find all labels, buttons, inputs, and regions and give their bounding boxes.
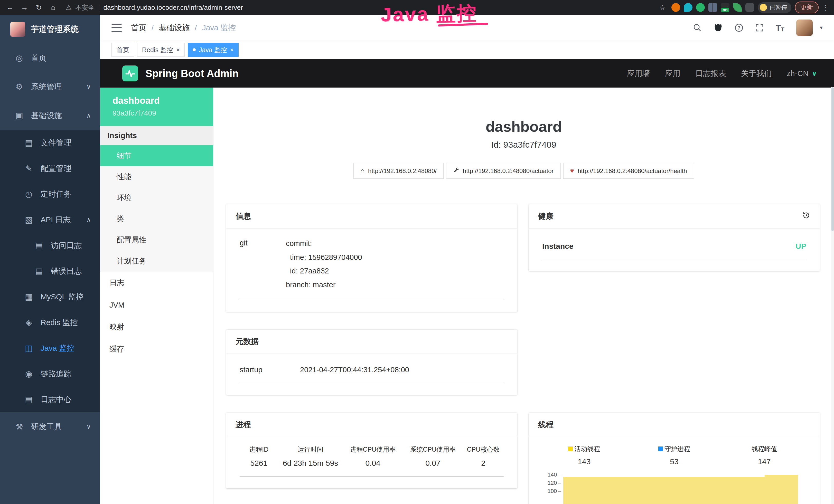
endpoint-home-link[interactable]: ⌂ http://192.168.0.2:48080/ xyxy=(353,163,444,179)
sidebar-item-label: 首页 xyxy=(31,53,46,63)
instance-name: dashboard xyxy=(112,95,213,106)
browser-update-button[interactable]: 更新 xyxy=(795,2,818,13)
process-card-header: 进程 xyxy=(226,413,517,437)
close-icon[interactable]: × xyxy=(176,47,180,53)
sba-item-logs[interactable]: 日志 xyxy=(100,272,213,294)
dashboard-icon: ◎ xyxy=(14,53,24,63)
tab-redis-monitor[interactable]: Redis 监控 × xyxy=(137,43,185,57)
url-text[interactable]: dashboard.yudao.iocoder.cn/infra/admin-s… xyxy=(104,4,243,12)
extension-icon-leaf[interactable] xyxy=(733,3,742,12)
back-icon[interactable]: ← xyxy=(5,2,16,13)
chart-area-live-threads xyxy=(563,477,798,504)
process-col-cpus: CPU核心数 2 xyxy=(463,445,504,467)
browser-home-icon[interactable]: ⌂ xyxy=(48,2,59,13)
sidebar-toggle-icon[interactable] xyxy=(111,24,122,32)
history-icon[interactable] xyxy=(802,211,810,221)
sba-item-caches[interactable]: 缓存 xyxy=(100,338,213,360)
sba-link-journal[interactable]: 日志报表 xyxy=(695,68,726,79)
close-icon[interactable]: × xyxy=(230,47,234,53)
extension-icon-grid[interactable] xyxy=(708,3,717,12)
sidebar-item-system-management[interactable]: ⚙ 系统管理 ∨ xyxy=(0,72,100,101)
column-header: 进程ID xyxy=(240,445,278,454)
tab-home[interactable]: 首页 xyxy=(111,43,134,57)
extension-icon-orange[interactable] xyxy=(672,3,680,12)
legend-swatch-blue xyxy=(658,446,663,451)
sidebar-item-mysql-monitor[interactable]: ▦ MySQL 监控 xyxy=(0,284,100,310)
scrollbar-track[interactable] xyxy=(831,87,834,504)
refresh-icon[interactable]: ↻ xyxy=(34,2,44,13)
metadata-row-label: startup xyxy=(240,366,300,374)
scrollbar-thumb[interactable] xyxy=(831,87,834,231)
endpoint-health-link[interactable]: ♥ http://192.168.0.2:48080/actuator/heal… xyxy=(563,163,694,179)
legend-value: 53 xyxy=(670,457,678,466)
sba-item-configprops[interactable]: 配置属性 xyxy=(100,230,213,251)
endpoint-actuator-link[interactable]: http://192.168.0.2:48080/actuator xyxy=(446,163,561,179)
paused-extension-chip[interactable]: 已暂停 xyxy=(758,2,791,13)
sidebar-item-api-logs[interactable]: ▧ API 日志 ∧ xyxy=(0,207,100,233)
bookmark-star-icon[interactable]: ☆ xyxy=(657,2,668,13)
sidebar-item-log-center[interactable]: ▤ 日志中心 xyxy=(0,387,100,412)
address-bar[interactable]: ⚠ 不安全 | dashboard.yudao.iocoder.cn/infra… xyxy=(62,3,654,12)
help-icon[interactable]: ? xyxy=(734,23,743,32)
sba-sidebar: dashboard 93a3fc7f7409 Insights 细节 性能 环境… xyxy=(100,88,214,504)
sidebar-item-error-logs[interactable]: ▤ 错误日志 xyxy=(0,258,100,284)
metadata-card-header: 元数据 xyxy=(226,330,517,354)
sidebar-item-label: API 日志 xyxy=(41,215,71,225)
sidebar-item-access-logs[interactable]: ▤ 访问日志 xyxy=(0,233,100,258)
forward-icon[interactable]: → xyxy=(19,2,30,13)
fullscreen-icon[interactable] xyxy=(755,23,764,32)
info-line: time: 1596289704000 xyxy=(286,251,362,265)
sba-item-jvm[interactable]: JVM xyxy=(100,294,213,316)
sidebar-item-label: 系统管理 xyxy=(31,82,62,92)
info-card-header: 信息 xyxy=(226,204,517,229)
sidebar-item-label: Java 监控 xyxy=(41,343,74,353)
sidebar-item-file-management[interactable]: ▤ 文件管理 xyxy=(0,130,100,156)
sba-item-details[interactable]: 细节 xyxy=(100,145,213,166)
sba-link-applications[interactable]: 应用 xyxy=(665,68,680,79)
github-icon[interactable] xyxy=(714,23,723,32)
sidebar-item-label: 错误日志 xyxy=(51,266,82,276)
sidebar-item-java-monitor[interactable]: ◫ Java 监控 xyxy=(0,335,100,361)
sba-logo-icon xyxy=(122,66,138,82)
not-secure-icon: ⚠ xyxy=(66,4,72,12)
font-size-icon[interactable]: TT xyxy=(776,23,785,33)
extensions-puzzle-icon[interactable] xyxy=(745,3,754,12)
sba-section-insights: Insights xyxy=(100,126,213,145)
sidebar-item-scheduled-jobs[interactable]: ◷ 定时任务 xyxy=(0,181,100,207)
tab-java-monitor[interactable]: Java 监控 × xyxy=(188,43,239,57)
extension-icon-green-circle[interactable] xyxy=(696,3,705,12)
sba-link-wallboard[interactable]: 应用墙 xyxy=(627,68,650,79)
extension-icon-droplet[interactable] xyxy=(684,3,693,12)
legend-live-threads: 活动线程 143 xyxy=(539,445,629,466)
sba-item-scheduled-tasks[interactable]: 计划任务 xyxy=(100,251,213,272)
breadcrumb-infrastructure[interactable]: 基础设施 xyxy=(159,23,190,33)
sidebar-item-config-management[interactable]: ✎ 配置管理 xyxy=(0,156,100,181)
grid-spacer xyxy=(529,330,820,395)
sba-navbar: Spring Boot Admin 应用墙 应用 日志报表 关于我们 zh-CN… xyxy=(100,59,834,88)
breadcrumb-home[interactable]: 首页 xyxy=(131,23,147,33)
sidebar-item-home[interactable]: ◎ 首页 xyxy=(0,44,100,72)
sidebar-item-infrastructure[interactable]: ▣ 基础设施 ∧ xyxy=(0,101,100,130)
sba-instance-header[interactable]: dashboard 93a3fc7f7409 xyxy=(100,88,213,126)
sidebar-item-dev-tools[interactable]: ⚒ 研发工具 ∨ xyxy=(0,412,100,441)
browser-menu-icon[interactable]: ⋮ xyxy=(822,3,829,12)
sba-item-metrics[interactable]: 性能 xyxy=(100,166,213,187)
sba-item-mappings[interactable]: 映射 xyxy=(100,316,213,338)
extension-icon-switch[interactable]: on xyxy=(721,3,729,12)
page-title: dashboard xyxy=(214,118,834,135)
sba-link-about[interactable]: 关于我们 xyxy=(741,68,772,79)
process-col-system-cpu: 系统CPU使用率 0.07 xyxy=(403,445,463,467)
threads-card-body: 活动线程 143 守护进程 xyxy=(529,437,820,504)
sidebar-item-tracing[interactable]: ◉ 链路追踪 xyxy=(0,361,100,387)
tabs-bar: 首页 Redis 监控 × Java 监控 × xyxy=(100,41,834,59)
sidebar-item-redis-monitor[interactable]: ◈ Redis 监控 xyxy=(0,310,100,335)
process-col-pid: 进程ID 5261 xyxy=(240,445,278,467)
sba-item-classes[interactable]: 类 xyxy=(100,208,213,230)
tab-label: 首页 xyxy=(116,46,129,54)
search-icon[interactable] xyxy=(693,23,702,32)
avatar[interactable] xyxy=(796,20,813,36)
sba-item-environment[interactable]: 环境 xyxy=(100,187,213,208)
metadata-row: startup 2021-04-27T00:44:31.254+08:00 xyxy=(240,362,504,383)
cards-grid: 信息 git commit: time: 1596289704000 id: 2… xyxy=(214,204,834,504)
language-selector[interactable]: zh-CN ∨ xyxy=(787,69,817,78)
